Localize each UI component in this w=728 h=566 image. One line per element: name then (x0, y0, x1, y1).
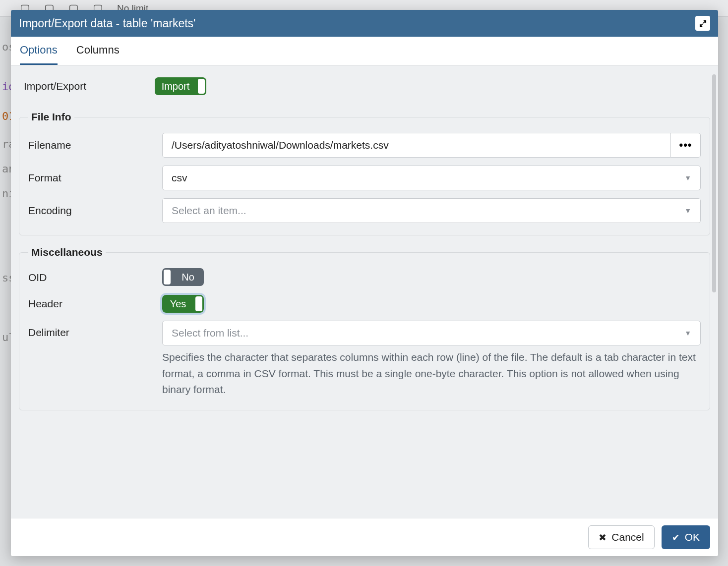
delimiter-help-text: Specifies the character that separates c… (162, 349, 701, 398)
close-icon: ✖ (599, 532, 607, 543)
chevron-down-icon: ▼ (684, 174, 691, 182)
dialog-titlebar: Import/Export data - table 'markets' (11, 10, 718, 37)
format-label: Format (28, 172, 162, 184)
header-toggle[interactable]: Yes (162, 295, 204, 313)
import-export-toggle[interactable]: Import (155, 77, 206, 95)
oid-toggle[interactable]: No (162, 268, 204, 286)
tab-options[interactable]: Options (20, 37, 58, 65)
header-row: Header Yes (28, 295, 701, 313)
filename-label: Filename (28, 139, 162, 151)
encoding-select[interactable]: Select an item... ▼ (162, 198, 701, 223)
filename-input[interactable] (162, 133, 671, 158)
encoding-placeholder: Select an item... (172, 205, 246, 217)
cancel-button[interactable]: ✖ Cancel (588, 525, 654, 549)
encoding-row: Encoding Select an item... ▼ (28, 198, 701, 223)
filename-row: Filename ••• (28, 133, 701, 158)
toggle-text: No (172, 272, 204, 283)
dialog-body: Import/Export Import File Info Filename … (11, 65, 718, 518)
toggle-text: Yes (162, 298, 194, 310)
oid-row: OID No (28, 268, 701, 287)
dialog-title: Import/Export data - table 'markets' (19, 17, 695, 30)
chevron-down-icon: ▼ (684, 207, 691, 215)
import-export-dialog: Import/Export data - table 'markets' Opt… (11, 10, 718, 556)
expand-icon (699, 20, 707, 27)
toggle-knob (164, 270, 171, 284)
encoding-label: Encoding (28, 205, 162, 217)
header-label: Header (28, 298, 162, 310)
import-export-row: Import/Export Import (19, 73, 710, 100)
ok-label: OK (685, 531, 700, 543)
toggle-text: Import (155, 81, 196, 92)
check-icon: ✔ (672, 532, 680, 543)
delimiter-placeholder: Select from list... (172, 327, 248, 339)
format-row: Format csv ▼ (28, 166, 701, 190)
file-info-fieldset: File Info Filename ••• Format csv ▼ (19, 111, 710, 235)
ellipsis-icon: ••• (679, 139, 692, 152)
delimiter-label: Delimiter (28, 321, 162, 339)
format-select[interactable]: csv ▼ (162, 166, 701, 190)
chevron-down-icon: ▼ (684, 329, 691, 337)
dialog-tabs: Options Columns (11, 37, 718, 65)
ok-button[interactable]: ✔ OK (662, 525, 710, 549)
dialog-footer: ✖ Cancel ✔ OK (11, 518, 718, 556)
import-export-label: Import/Export (21, 80, 155, 92)
expand-button[interactable] (695, 16, 710, 31)
oid-label: OID (28, 272, 162, 283)
delimiter-row: Delimiter Select from list... ▼ Specifie… (28, 321, 701, 398)
tab-columns[interactable]: Columns (76, 37, 120, 65)
delimiter-select[interactable]: Select from list... ▼ (162, 321, 701, 345)
scrollbar[interactable] (712, 74, 716, 292)
misc-fieldset: Miscellaneous OID No Header Yes (19, 246, 710, 410)
toggle-knob (195, 296, 202, 311)
misc-legend: Miscellaneous (28, 246, 106, 258)
format-value: csv (172, 172, 187, 184)
file-info-legend: File Info (28, 111, 74, 123)
cancel-label: Cancel (611, 531, 644, 543)
browse-button[interactable]: ••• (671, 133, 701, 158)
toggle-knob (198, 79, 205, 94)
